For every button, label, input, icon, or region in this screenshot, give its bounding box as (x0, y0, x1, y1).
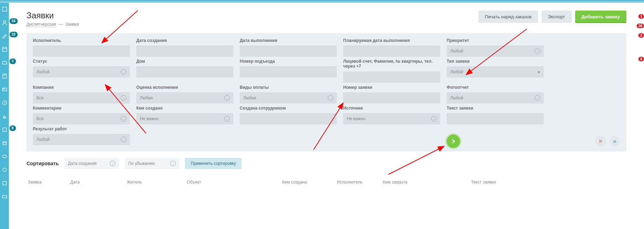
filter-comments-label: Комментарии (33, 106, 130, 111)
filter-createdby-select[interactable]: Не важно ⌄ (136, 113, 233, 124)
filter-photo-label: Фотоотчет (447, 85, 544, 90)
filter-staff-label: Создана сотрудником (240, 106, 337, 111)
filter-company-select[interactable]: Все ⌄ (33, 92, 130, 104)
filter-planned-input[interactable] (343, 45, 440, 57)
svg-rect-13 (3, 181, 6, 185)
filter-text-input[interactable] (447, 113, 544, 124)
filter-source-select[interactable]: Не важно ⌄ (343, 113, 440, 124)
chevron-down-icon: ⌄ (431, 116, 437, 122)
chevron-down-icon: ⌄ (121, 69, 126, 75)
filter-created-input[interactable] (136, 45, 233, 57)
apply-sort-button[interactable]: Применить сортировку (185, 158, 242, 169)
svg-rect-14 (2, 196, 7, 198)
filter-payment-select[interactable]: Любая ⌄ (240, 92, 337, 104)
table-header: Заявка Дата Житель Объект Кем создана Ис… (26, 180, 626, 185)
chevron-down-icon: ⌄ (110, 161, 115, 166)
nav-icon-2[interactable]: 34 (2, 20, 7, 25)
chevron-down-icon: ⌄ (121, 116, 126, 122)
filter-number-input[interactable] (343, 92, 440, 104)
nav-icon-9[interactable] (2, 113, 7, 119)
svg-rect-6 (2, 88, 7, 91)
chevron-down-icon: ⌄ (121, 95, 126, 101)
filter-createdby-label: Кем создано (136, 106, 233, 111)
chevron-down-icon: ⌄ (121, 137, 126, 142)
filter-type-select[interactable]: Любой (447, 66, 544, 78)
breadcrumb-current: Заявки (65, 22, 79, 27)
filter-entrance-input[interactable] (240, 66, 337, 78)
filter-number-label: Номер заявки (343, 85, 440, 90)
filter-company-label: Компания (33, 85, 130, 90)
filter-done-label: Дата выполнения (240, 38, 337, 43)
nav-icon-10[interactable]: 8 (2, 127, 7, 132)
col-executor: Исполнитель (337, 180, 383, 185)
filter-done-input[interactable] (240, 45, 337, 57)
add-request-button[interactable]: Добавить заявку (575, 11, 626, 23)
sort-field-select[interactable]: Дата создания ⌄ (64, 158, 119, 169)
chevron-right-icon (451, 139, 456, 144)
sidebar: 34 19 3 8 (0, 3, 9, 229)
right-badge-1[interactable]: 1 (638, 14, 644, 19)
breadcrumb-sep: — (59, 22, 63, 27)
filter-photo-select[interactable]: Любой ⌄ (447, 92, 544, 104)
breadcrumb-root[interactable]: Диспетчерская (26, 22, 56, 27)
nav-icon-13[interactable] (2, 167, 7, 173)
filter-status-label: Статус (33, 59, 130, 64)
chevron-down-icon: ⌄ (224, 116, 230, 122)
notification-badges: 1 36 2 6 (637, 14, 644, 61)
filter-executor-label: Исполнитель (33, 38, 130, 43)
svg-rect-7 (4, 89, 4, 89)
clear-filters-button[interactable]: ✕ (595, 136, 606, 147)
filter-staff-input[interactable] (240, 113, 337, 124)
filter-result-select[interactable]: Любой ⌄ (33, 134, 130, 145)
collapse-filters-button[interactable] (609, 136, 620, 147)
filter-priority-select[interactable]: Любой ⌄ (447, 45, 544, 57)
nav-icon-4[interactable] (2, 47, 7, 52)
print-orders-button[interactable]: Печать наряд-заказов (478, 11, 538, 23)
nav-icon-15[interactable] (2, 194, 7, 199)
filter-entrance-label: Номер подъезда (240, 59, 337, 64)
filter-text-label: Текст заявки (447, 106, 544, 111)
chevron-down-icon: ⌄ (535, 48, 540, 54)
filter-executor-input[interactable] (33, 45, 130, 57)
nav-icon-5[interactable]: 3 (2, 60, 7, 66)
filter-priority-label: Приоритет (447, 38, 544, 43)
sort-direction-select[interactable]: По убыванию ⌄ (125, 158, 179, 169)
col-date: Дата (70, 180, 127, 185)
col-resident: Житель (127, 180, 187, 185)
filter-planned-label: Планируемая дата выполнения (343, 38, 440, 43)
nav-icon-7[interactable] (2, 87, 7, 92)
right-badge-2[interactable]: 36 (637, 24, 644, 28)
filter-house-input[interactable] (136, 66, 233, 78)
chevron-down-icon: ⌄ (328, 95, 333, 101)
page-title: Заявки (26, 11, 79, 20)
filter-house-label: Дом (136, 59, 233, 64)
svg-rect-2 (2, 47, 7, 51)
filter-status-select[interactable]: Любой ⌄ (33, 66, 130, 78)
export-button[interactable]: Экспорт (542, 11, 572, 23)
svg-rect-10 (3, 142, 6, 145)
filter-panel: Исполнитель Дата создания Дата выполнени… (26, 33, 626, 151)
nav-icon-14[interactable] (2, 180, 7, 186)
nav-icon-8[interactable] (2, 100, 7, 106)
col-creator: Кем создана (282, 180, 337, 185)
col-closed: Кем закрыта (383, 180, 471, 185)
filter-source-label: Источник (343, 106, 440, 111)
nav-icon-1[interactable] (2, 6, 7, 12)
filter-rating-select[interactable]: Любая ⌄ (136, 92, 233, 104)
filter-comments-select[interactable]: Все ⌄ (33, 113, 130, 124)
filter-payment-label: Виды оплаты (240, 85, 337, 90)
svg-rect-4 (3, 74, 6, 78)
col-app: Заявка (28, 180, 70, 185)
chevron-down-icon: ⌄ (224, 95, 230, 101)
filter-account-input[interactable] (343, 72, 440, 83)
right-badge-3[interactable]: 2 (638, 33, 644, 38)
nav-icon-3[interactable]: 19 (2, 33, 7, 39)
apply-filters-button[interactable] (447, 135, 460, 148)
svg-point-1 (4, 20, 6, 23)
right-badge-4[interactable]: 6 (638, 57, 644, 61)
nav-icon-11[interactable] (2, 140, 7, 146)
filter-result-label: Результат работ (33, 126, 130, 132)
col-text: Текст заявки (471, 180, 625, 185)
nav-icon-6[interactable] (2, 73, 7, 79)
nav-icon-12[interactable] (2, 154, 7, 159)
